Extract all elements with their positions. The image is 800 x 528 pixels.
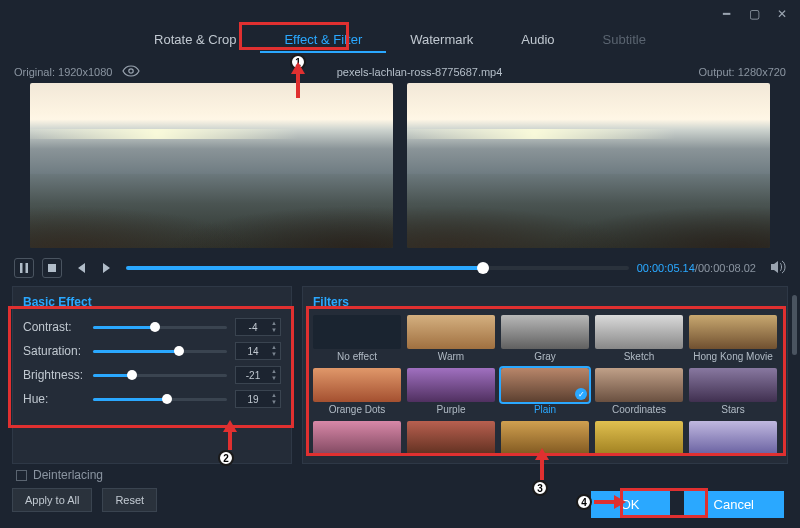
filename-label: pexels-lachlan-ross-8775687.mp4 (140, 66, 698, 78)
hue-label: Hue: (23, 392, 85, 406)
volume-icon[interactable] (770, 260, 786, 277)
reset-button[interactable]: Reset (102, 488, 157, 512)
filter-plain[interactable]: ✓Plain (501, 368, 589, 415)
svg-point-0 (129, 69, 133, 73)
pause-button[interactable] (14, 258, 34, 278)
filter-hong-kong-movie[interactable]: Hong Kong Movie (689, 315, 777, 362)
prev-frame-button[interactable] (70, 258, 90, 278)
svg-rect-3 (48, 264, 56, 272)
svg-rect-2 (26, 263, 29, 273)
basic-effect-title: Basic Effect (23, 295, 281, 309)
saturation-slider[interactable] (93, 350, 227, 353)
filter-more-4[interactable] (595, 421, 683, 455)
tab-watermark[interactable]: Watermark (386, 28, 497, 53)
contrast-label: Contrast: (23, 320, 85, 334)
saturation-label: Saturation: (23, 344, 85, 358)
filter-more-5[interactable] (689, 421, 777, 455)
tab-rotate-crop[interactable]: Rotate & Crop (130, 28, 260, 53)
timeline-slider[interactable] (126, 266, 629, 270)
brightness-slider[interactable] (93, 374, 227, 377)
selected-check-icon: ✓ (575, 388, 587, 400)
filter-sketch[interactable]: Sketch (595, 315, 683, 362)
filters-title: Filters (313, 295, 777, 309)
original-preview (30, 83, 393, 248)
cancel-button[interactable]: Cancel (684, 491, 784, 518)
brightness-value[interactable]: -21▲▼ (235, 366, 281, 384)
filter-purple[interactable]: Purple (407, 368, 495, 415)
basic-effect-panel: Basic Effect Contrast: -4▲▼ Saturation: … (12, 286, 292, 464)
svg-rect-1 (20, 263, 23, 273)
maximize-button[interactable]: ▢ (746, 6, 762, 22)
tab-effect-filter[interactable]: Effect & Filter (260, 28, 386, 53)
main-tabs: Rotate & Crop Effect & Filter Watermark … (0, 28, 800, 59)
ok-button[interactable]: OK (591, 491, 670, 518)
hue-value[interactable]: 19▲▼ (235, 390, 281, 408)
deinterlacing-checkbox[interactable] (16, 470, 27, 481)
close-button[interactable]: ✕ (774, 6, 790, 22)
output-preview (407, 83, 770, 248)
contrast-slider[interactable] (93, 326, 227, 329)
brightness-label: Brightness: (23, 368, 85, 382)
output-resolution-label: Output: 1280x720 (699, 66, 786, 78)
filter-coordinates[interactable]: Coordinates (595, 368, 683, 415)
filter-warm[interactable]: Warm (407, 315, 495, 362)
filter-more-2[interactable] (407, 421, 495, 455)
filters-panel: Filters No effect Warm Gray Sketch Hong … (302, 286, 788, 464)
contrast-value[interactable]: -4▲▼ (235, 318, 281, 336)
hue-slider[interactable] (93, 398, 227, 401)
filter-more-3[interactable] (501, 421, 589, 455)
deinterlacing-label: Deinterlacing (33, 468, 103, 482)
time-display: 00:00:05.14/00:00:08.02 (637, 262, 756, 274)
filters-scrollbar[interactable] (792, 295, 797, 355)
filter-stars[interactable]: Stars (689, 368, 777, 415)
tab-audio[interactable]: Audio (497, 28, 578, 53)
saturation-value[interactable]: 14▲▼ (235, 342, 281, 360)
filter-more-1[interactable] (313, 421, 401, 455)
filter-gray[interactable]: Gray (501, 315, 589, 362)
apply-to-all-button[interactable]: Apply to All (12, 488, 92, 512)
original-resolution-label: Original: 1920x1080 (14, 66, 112, 78)
filter-orange-dots[interactable]: Orange Dots (313, 368, 401, 415)
stop-button[interactable] (42, 258, 62, 278)
tab-subtitle[interactable]: Subtitle (579, 28, 670, 53)
next-frame-button[interactable] (98, 258, 118, 278)
filter-no-effect[interactable]: No effect (313, 315, 401, 362)
minimize-button[interactable]: ━ (718, 6, 734, 22)
preview-toggle-icon[interactable] (122, 65, 140, 79)
